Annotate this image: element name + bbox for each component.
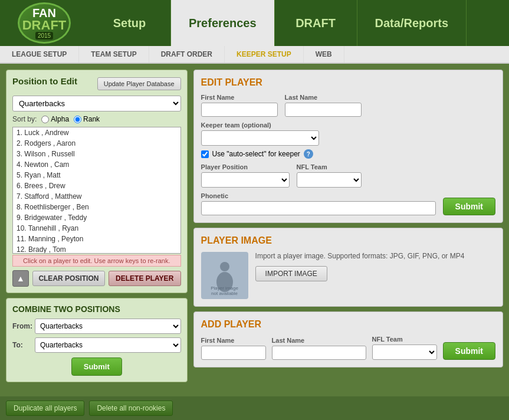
last-name-input[interactable] — [285, 103, 362, 117]
sub-nav-keeper-setup[interactable]: KEEPER SETUP — [225, 46, 304, 63]
sub-nav-league-setup[interactable]: LEAGUE SETUP — [0, 46, 79, 63]
main-content: Position to Edit Update Player Database … — [0, 64, 509, 396]
combine-to-row: To: Quarterbacks Running Backs Wide Rece… — [12, 337, 181, 353]
move-up-button[interactable]: ▲ — [12, 270, 29, 287]
autoselect-label: Use "auto-select" for keeper — [212, 150, 300, 158]
logo-year: 2015 — [35, 32, 53, 40]
combine-from-row: From: Quarterbacks Running Backs Wide Re… — [12, 319, 181, 334]
sub-nav-draft-order[interactable]: DRAFT ORDER — [149, 46, 225, 63]
nfl-team-field: NFL Team — [297, 163, 362, 188]
first-name-input[interactable] — [201, 103, 278, 117]
player-position-label: Player Position — [201, 163, 290, 170]
nav-tab-data-reports[interactable]: Data/Reports — [357, 0, 467, 46]
player-list-item[interactable]: 11. Manning , Peyton — [13, 234, 180, 244]
delete-player-button[interactable]: DELETE PLAYER — [109, 271, 181, 286]
player-list-item[interactable]: 9. Bridgewater , Teddy — [13, 212, 180, 223]
player-list-item[interactable]: 10. Tannehill , Ryan — [13, 223, 180, 234]
last-name-field: Last Name — [285, 94, 362, 117]
sub-nav: LEAGUE SETUP TEAM SETUP DRAFT ORDER KEEP… — [0, 46, 509, 64]
position-select[interactable]: Quarterbacks Running Backs Wide Receiver… — [12, 96, 181, 111]
sort-alpha-input[interactable] — [41, 116, 49, 123]
add-first-name-field: First Name — [201, 337, 266, 360]
add-first-name-label: First Name — [201, 337, 266, 344]
sort-rank-input[interactable] — [74, 116, 81, 123]
app-logo: FAN DRAFT 2015 — [18, 2, 71, 44]
player-list-item[interactable]: 5. Ryan , Matt — [13, 170, 180, 181]
update-player-database-button[interactable]: Update Player Database — [97, 77, 181, 90]
add-nfl-team-label: NFL Team — [372, 336, 437, 343]
keeper-team-label: Keeper team (optional) — [201, 122, 495, 129]
left-panel: Position to Edit Update Player Database … — [6, 70, 188, 391]
player-list-item[interactable]: 3. Wilson , Russell — [13, 149, 180, 159]
delete-all-non-rookies-button[interactable]: Delete all non-rookies — [89, 401, 173, 416]
sub-nav-web[interactable]: WEB — [304, 46, 344, 63]
sort-row: Sort by: Alpha Rank — [12, 115, 181, 123]
sub-nav-team-setup[interactable]: TEAM SETUP — [79, 46, 149, 63]
first-name-field: First Name — [201, 94, 278, 117]
nav-tab-preferences[interactable]: Preferences — [171, 0, 275, 46]
click-hint: Click on a player to edit. Use arrow key… — [12, 255, 181, 267]
player-list-item[interactable]: 12. Brady , Tom — [13, 244, 180, 254]
add-player-panel: ADD PLAYER First Name Last Name NFL Team… — [193, 311, 503, 368]
nav-tab-draft[interactable]: DRAFT — [275, 0, 357, 46]
phonetic-label: Phonetic — [201, 192, 436, 199]
player-list-item[interactable]: 8. Roethlisberger , Ben — [13, 202, 180, 212]
duplicate-all-players-button[interactable]: Duplicate all players — [6, 401, 84, 416]
add-last-name-label: Last Name — [272, 337, 366, 344]
position-title: Position to Edit — [12, 76, 77, 86]
autoselect-row: Use "auto-select" for keeper ? — [201, 149, 495, 159]
combine-to-label: To: — [12, 341, 30, 349]
edit-player-submit-button[interactable]: Submit — [443, 198, 495, 215]
add-last-name-input[interactable] — [272, 346, 366, 360]
player-image-placeholder: Player imagenot available — [201, 252, 248, 299]
sort-alpha-label: Alpha — [51, 115, 69, 123]
sort-rank-radio[interactable]: Rank — [74, 115, 100, 123]
combine-submit-button[interactable]: Submit — [71, 357, 122, 376]
autoselect-checkbox[interactable] — [201, 150, 209, 158]
player-image-title: PLAYER IMAGE — [201, 235, 495, 246]
first-name-label: First Name — [201, 94, 278, 101]
sort-alpha-radio[interactable]: Alpha — [41, 115, 69, 123]
combine-from-select[interactable]: Quarterbacks Running Backs Wide Receiver… — [35, 319, 181, 334]
right-panel: EDIT PLAYER First Name Last Name Keeper … — [193, 70, 503, 391]
edit-player-panel: EDIT PLAYER First Name Last Name Keeper … — [193, 70, 503, 223]
nfl-team-label: NFL Team — [297, 163, 362, 170]
phonetic-input[interactable] — [201, 201, 436, 215]
clear-position-button[interactable]: CLEAR POSITION — [32, 271, 105, 286]
keeper-team-field: Keeper team (optional) — [201, 122, 495, 146]
position-nfl-row: Player Position NFL Team — [201, 163, 495, 188]
edit-player-title: EDIT PLAYER — [201, 77, 495, 88]
player-image-text: Player imagenot available — [211, 286, 238, 297]
last-name-label: Last Name — [285, 94, 362, 101]
player-list-item[interactable]: 4. Newton , Cam — [13, 159, 180, 170]
add-player-row: First Name Last Name NFL Team Submit — [201, 336, 495, 360]
nfl-team-select[interactable] — [297, 172, 362, 188]
player-list-item[interactable]: 7. Stafford , Matthew — [13, 191, 180, 202]
add-first-name-input[interactable] — [201, 346, 266, 360]
player-list[interactable]: 1. Luck , Andrew2. Rodgers , Aaron3. Wil… — [12, 127, 181, 254]
sort-label: Sort by: — [12, 115, 37, 123]
player-list-item[interactable]: 6. Brees , Drew — [13, 181, 180, 191]
name-row: First Name Last Name — [201, 94, 495, 117]
import-image-button[interactable]: IMPORT IMAGE — [255, 266, 327, 281]
position-edit-panel: Position to Edit Update Player Database … — [6, 70, 188, 293]
player-position-field: Player Position — [201, 163, 290, 188]
player-list-item[interactable]: 2. Rodgers , Aaron — [13, 138, 180, 149]
add-nfl-team-select[interactable] — [372, 344, 437, 360]
phonetic-row: Phonetic Submit — [201, 192, 495, 215]
player-list-item[interactable]: 1. Luck , Andrew — [13, 127, 180, 138]
add-player-submit-button[interactable]: Submit — [443, 342, 495, 360]
phonetic-field: Phonetic — [201, 192, 436, 215]
logo-area: FAN DRAFT 2015 — [0, 0, 88, 47]
sort-rank-label: Rank — [83, 115, 100, 123]
info-icon[interactable]: ? — [304, 149, 313, 159]
image-import-info: Import a player image. Supported formats… — [255, 252, 495, 260]
main-nav: Setup Preferences DRAFT Data/Reports — [88, 0, 509, 46]
keeper-team-select[interactable] — [201, 130, 319, 146]
player-position-select[interactable] — [201, 172, 290, 188]
image-info: Import a player image. Supported formats… — [255, 252, 495, 281]
combine-to-select[interactable]: Quarterbacks Running Backs Wide Receiver… — [35, 337, 181, 353]
player-actions: ▲ CLEAR POSITION DELETE PLAYER — [12, 270, 181, 287]
nav-tab-setup[interactable]: Setup — [88, 0, 171, 46]
svg-point-0 — [220, 262, 229, 271]
